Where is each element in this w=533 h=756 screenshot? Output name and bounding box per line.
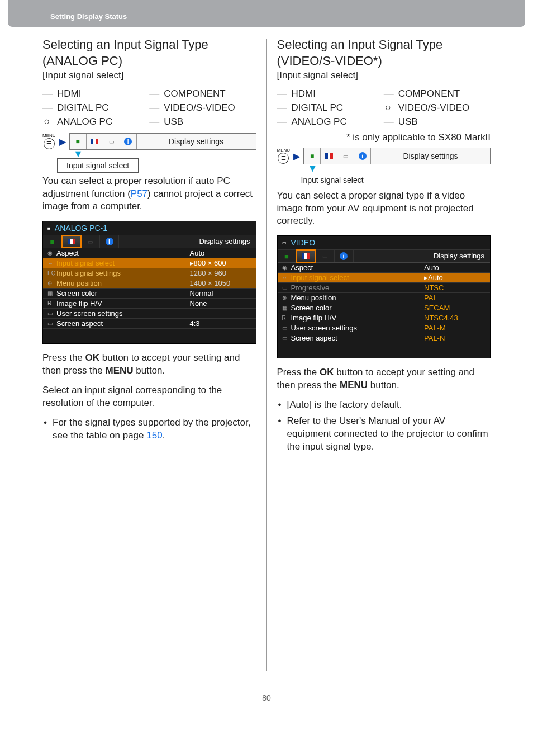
- signal-marker: —: [277, 88, 286, 100]
- osd-row-label: Input signal select: [291, 273, 425, 282]
- osd-row-label: Aspect: [56, 249, 190, 257]
- signal-marker: —: [277, 116, 286, 127]
- osd-row: ◉AspectAuto: [43, 248, 256, 258]
- tab-flag-icon: [87, 134, 103, 149]
- signal-label: VIDEO/S-VIDEO: [164, 102, 235, 114]
- osd-tab-icon: ▭: [316, 250, 335, 262]
- page-ref-link[interactable]: 150: [146, 430, 162, 441]
- crossref-link[interactable]: P57: [131, 188, 147, 199]
- osd-row: ▭Screen aspect4:3: [43, 319, 256, 329]
- osd-tab-icon: i: [335, 250, 354, 262]
- osd-row-icon: ▦: [282, 305, 291, 311]
- osd-tab-icon: ▭: [81, 235, 100, 248]
- signal-item: —COMPONENT: [149, 87, 256, 101]
- osd-row: RImage flip H/VNone: [43, 299, 256, 309]
- signal-marker: —: [149, 88, 158, 100]
- osd-row-icon: ◉: [47, 250, 56, 256]
- left-subhead: [Input signal select]: [42, 70, 256, 81]
- signal-item: —HDMI: [42, 87, 149, 101]
- osd-row: ▭User screen settings: [43, 309, 256, 319]
- ok-label: OK: [320, 367, 334, 377]
- page-header: Setting Display Status: [8, 0, 525, 27]
- signal-label: COMPONENT: [164, 88, 226, 100]
- osd-row-label: Input signal select: [56, 259, 190, 267]
- footnote: * is only applicable to SX80 MarkII: [277, 132, 491, 143]
- osd-tabs-label: Display settings: [119, 235, 256, 248]
- osd-row-value: 1400 × 1050: [190, 279, 251, 287]
- list-item: [Auto] is the factory default.: [287, 399, 491, 412]
- osd-row-value: PAL: [424, 294, 486, 302]
- left-title: Selecting an Input Signal Type (ANALOG P…: [42, 37, 256, 69]
- osd-row-value: 4:3: [190, 319, 251, 328]
- osd-row-value: 1280 × 960: [190, 269, 251, 277]
- signal-label: HDMI: [292, 88, 316, 100]
- ok-label: OK: [85, 352, 100, 363]
- arrow-down-icon: ▼: [308, 164, 491, 172]
- osd-row-icon: ▭: [282, 335, 291, 341]
- osd-row-icon: ▭: [47, 310, 56, 316]
- signal-marker: —: [384, 88, 393, 100]
- osd-row-label: Image flip H/V: [291, 314, 425, 322]
- osd-row-icon: EQ: [47, 270, 56, 276]
- tab-card-icon: ▭: [103, 134, 120, 149]
- menu-label: MENU: [340, 380, 368, 390]
- right-paragraph-2: Press the OK button to accept your setti…: [277, 366, 491, 392]
- osd-row: RImage flip H/VNTSC4.43: [278, 313, 491, 323]
- osd-row: ↔Input signal select▸Auto: [278, 273, 491, 283]
- list-item: For the signal types supported by the pr…: [53, 417, 256, 442]
- signal-item: —VIDEO/S-VIDEO: [149, 101, 256, 115]
- tabbar-label: Display settings: [137, 134, 256, 149]
- osd-row-icon: ▭: [282, 325, 291, 331]
- osd-row: ▭Screen aspectPAL-N: [278, 333, 491, 343]
- signal-marker: —: [42, 88, 51, 100]
- signal-item: —DIGITAL PC: [277, 101, 384, 115]
- osd-row-label: Image flip H/V: [56, 299, 190, 308]
- tabbar: ■ ▭ i Display settings: [69, 133, 256, 150]
- tabbar: ■ ▭ i Display settings: [303, 148, 491, 164]
- osd-row-label: Menu position: [291, 294, 425, 302]
- osd-title: ■ANALOG PC-1: [43, 221, 256, 235]
- osd-row-value: ▸Auto: [424, 273, 486, 282]
- left-bullets: For the signal types supported by the pr…: [42, 417, 256, 442]
- osd-row-icon: R: [47, 300, 56, 306]
- osd-row-icon: ▭: [47, 320, 56, 327]
- signal-item: —USB: [384, 115, 491, 129]
- osd-row: ▭ProgressiveNTSC: [278, 283, 491, 293]
- arrow-down-icon: ▼: [73, 150, 256, 158]
- osd-row-icon: ◉: [282, 264, 291, 271]
- signal-item: —USB: [149, 115, 256, 129]
- osd-row-label: Input signal settings: [56, 269, 190, 277]
- right-column: Selecting an Input Signal Type (VIDEO/S-…: [267, 37, 491, 671]
- osd-row: ⊕Menu positionPAL: [278, 293, 491, 303]
- signal-label: ANALOG PC: [292, 116, 347, 127]
- two-column-layout: Selecting an Input Signal Type (ANALOG P…: [0, 37, 533, 671]
- right-signal-list: —HDMI —COMPONENT —DIGITAL PC ○VIDEO/S-VI…: [277, 87, 491, 129]
- osd-tabs-label: Display settings: [354, 250, 491, 262]
- osd-row-value: PAL-M: [424, 324, 486, 332]
- osd-row-value: Auto: [424, 263, 486, 272]
- osd-row-icon: ▭: [282, 285, 291, 291]
- osd-row-label: Progressive: [291, 284, 425, 292]
- osd-tab-icon: ■: [43, 235, 62, 248]
- signal-label: DIGITAL PC: [292, 102, 344, 114]
- left-column: Selecting an Input Signal Type (ANALOG P…: [42, 37, 266, 671]
- osd-row-label: Menu position: [56, 279, 190, 287]
- osd-row-label: Screen color: [56, 289, 190, 297]
- osd-row-icon: ⊕: [47, 280, 56, 286]
- tab-info-icon: i: [120, 134, 137, 149]
- osd-row-icon: R: [282, 315, 291, 321]
- callout-label: Input signal select: [292, 173, 373, 187]
- osd-row-value: None: [190, 299, 251, 308]
- osd-row-value: NTSC: [424, 284, 486, 292]
- osd-row: ▭User screen settingsPAL-M: [278, 323, 491, 333]
- osd-title: ▭VIDEO: [278, 236, 491, 250]
- osd-screenshot-video: ▭VIDEO ■ ▭ i Display settings ◉AspectAut…: [277, 235, 491, 358]
- tab-picture-icon: ■: [70, 134, 87, 149]
- signal-label: DIGITAL PC: [57, 102, 109, 114]
- signal-label: USB: [398, 116, 418, 127]
- osd-row: ⊕Menu position1400 × 1050: [43, 278, 256, 289]
- osd-row-value: ▸800 × 600: [190, 259, 251, 267]
- signal-marker: ○: [384, 102, 393, 114]
- signal-marker: —: [277, 102, 286, 114]
- left-paragraph-1: You can select a proper resolution if au…: [42, 175, 256, 214]
